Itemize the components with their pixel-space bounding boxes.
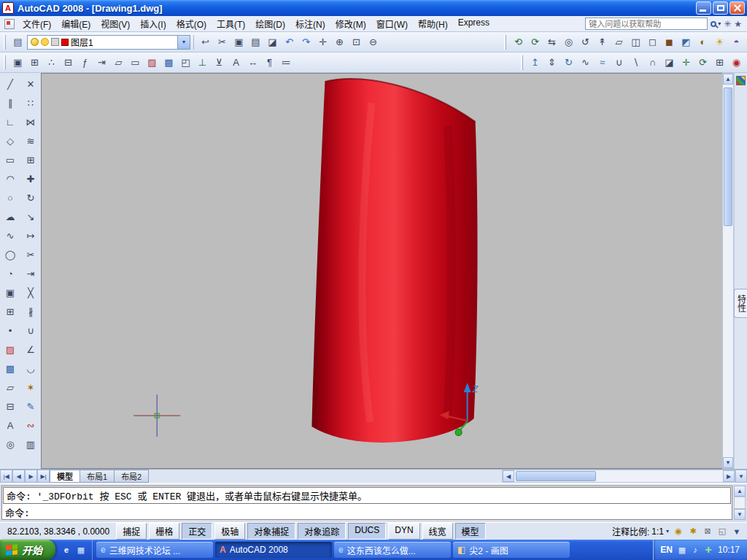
zoom-previous-icon[interactable]: ⊖ [365,34,382,50]
menu-modify[interactable]: 修改(M) [330,15,371,32]
array-icon[interactable]: ⊞ [22,150,39,169]
extrude-icon[interactable]: ↥ [527,54,543,71]
spline-icon[interactable]: ∿ [1,226,19,245]
region-icon[interactable]: ▱ [1,378,19,397]
ime-keyboard-icon[interactable]: ▦ [677,545,687,555]
favorites-icon[interactable]: ★ [734,19,742,29]
menu-express[interactable]: Express [453,15,495,32]
toggle-ortho[interactable]: 正交 [182,523,212,540]
tab-nav-first[interactable]: |◀ [0,470,12,483]
toolbar-grip[interactable] [4,55,6,70]
draworder-icon[interactable]: ▥ [22,435,39,454]
distance-icon[interactable]: ⇥ [93,54,110,71]
ellipse-arc-icon[interactable]: ◔ [1,264,19,283]
layer-freeze-icon[interactable] [41,38,49,46]
layer-color-swatch[interactable] [61,39,69,46]
close-button[interactable] [729,1,745,15]
polyline-icon[interactable]: ∟ [1,112,19,131]
explode-icon[interactable]: ✶ [22,378,39,397]
toggle-snap[interactable]: 捕捉 [116,523,147,540]
stretch-icon[interactable]: ↦ [22,226,39,245]
minimize-button[interactable] [696,1,711,15]
restore-button[interactable] [713,1,728,15]
3d-orbit-icon[interactable]: ⟲ [510,34,527,50]
lights-icon[interactable]: ☀ [711,34,728,50]
tool-palette-icon[interactable] [736,76,746,85]
drawing-window-icon[interactable] [4,19,15,29]
visual-style-realistic-icon[interactable]: ◼ [661,34,678,50]
copy-icon[interactable]: ∷ [22,93,39,112]
layer-properties-manager-icon[interactable]: ▤ [9,34,26,50]
volume-icon[interactable]: ♪ [690,545,700,555]
language-indicator[interactable]: EN [660,545,673,555]
properties-palette-tab[interactable]: 特性 [734,289,747,318]
visual-style-hidden-icon[interactable]: ◻ [644,34,661,50]
menu-edit[interactable]: 编辑(E) [56,15,96,32]
scale-icon[interactable]: ↘ [22,207,39,226]
toggle-polar[interactable]: 极轴 [214,523,245,540]
materials-icon[interactable]: ◓ [728,34,745,50]
toggle-lineweight[interactable]: 线宽 [422,523,453,540]
help-search-input[interactable] [585,18,708,30]
presspull-icon[interactable]: ⇕ [543,54,560,71]
table-icon[interactable]: ⊟ [60,54,77,71]
edit-polyline-icon[interactable]: ✎ [22,397,39,416]
3d-move-icon[interactable]: ✛ [678,54,694,71]
gradient-icon[interactable]: ▩ [160,54,177,71]
drawing-canvas[interactable]: Z [41,73,722,469]
render-icon[interactable]: ◐ [694,34,711,50]
layer-dropdown-arrow-icon[interactable]: ▾ [177,36,190,49]
gradient-icon[interactable]: ▩ [1,359,19,378]
horizontal-scroll-thumb[interactable] [516,471,596,481]
3d-rotate-icon[interactable]: ⟳ [694,54,711,71]
scroll-corner-button[interactable]: ▼ [735,470,747,483]
join-icon[interactable]: ∪ [22,321,39,340]
layer-on-icon[interactable] [31,38,39,46]
menu-draw[interactable]: 绘图(D) [250,15,290,32]
communication-center-icon[interactable]: ✳ [724,19,731,29]
extend-icon[interactable]: ⇥ [22,264,39,283]
start-button[interactable]: 开始 [0,540,55,560]
task-paint[interactable]: ◧ 尖2 - 画图 [453,542,570,558]
constrained-orbit-icon[interactable]: ⟳ [527,34,543,50]
command-scroll-up-icon[interactable]: ▲ [734,486,746,497]
edit-spline-icon[interactable]: ∾ [22,416,39,435]
canvas-vertical-scrollbar[interactable]: ▲ ▼ [722,73,734,469]
menu-window[interactable]: 窗口(W) [371,15,413,32]
layer-lock-icon[interactable] [51,38,59,46]
annotation-scale[interactable]: 注释比例: 1:1 ▾ [612,525,669,537]
named-ucs-icon[interactable]: ⊻ [211,54,228,71]
3d-walk-icon[interactable]: ↟ [594,34,611,50]
point-style-icon[interactable]: ∴ [43,54,60,71]
cut-icon[interactable]: ✂ [214,34,231,50]
undo-icon[interactable]: ↶ [281,34,298,50]
toolbar-grip[interactable] [521,55,523,70]
move-icon[interactable]: ✚ [22,169,39,188]
annotation-visibility-icon[interactable]: ◉ [673,526,684,537]
menu-insert[interactable]: 插入(I) [135,15,171,32]
scroll-up-icon[interactable]: ▲ [723,74,733,85]
command-prompt[interactable]: 命令: [5,505,30,519]
clock[interactable]: 10:17 [718,545,740,555]
hatch-icon[interactable]: ▨ [144,54,160,71]
arc-icon[interactable]: ◠ [1,169,19,188]
slice-icon[interactable]: ◪ [661,54,678,71]
rotate-icon[interactable]: ↻ [22,188,39,207]
polygon-icon[interactable]: ◇ [1,131,19,150]
command-scrollbar[interactable]: ▲ ▼ [734,486,746,520]
layer-previous-icon[interactable]: ↩ [197,34,214,50]
zoom-window-icon[interactable]: ⊡ [348,34,365,50]
erase-icon[interactable]: ✕ [22,74,39,93]
tab-model[interactable]: 模型 [50,470,80,483]
dim-style-icon[interactable]: ↔ [244,54,261,71]
safety-icon[interactable]: ✚ [703,545,713,555]
infocenter-search-icon[interactable]: ▾ [711,20,721,27]
subtract-icon[interactable]: ∖ [627,54,644,71]
intersect-icon[interactable]: ∩ [644,54,661,71]
task-autocad[interactable]: A AutoCAD 2008 [215,542,332,558]
field-icon[interactable]: ƒ [77,54,93,71]
break-icon[interactable]: ∦ [22,302,39,321]
revision-cloud-icon[interactable]: ☁ [1,207,19,226]
tab-layout2[interactable]: 布局2 [114,470,149,483]
clean-screen-icon[interactable]: ◱ [716,526,728,537]
